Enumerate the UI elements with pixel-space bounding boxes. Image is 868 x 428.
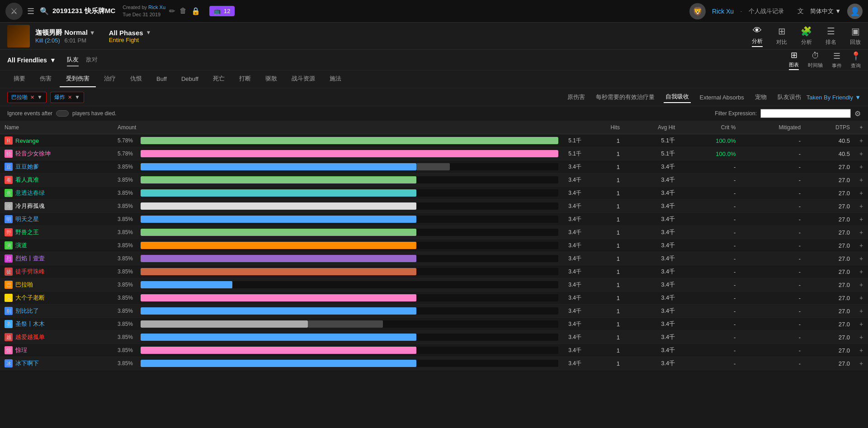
player-name[interactable]: 野兽之王 [15,228,39,236]
nav-breakdown[interactable]: 🧩 分析 [801,26,812,46]
expand-cell[interactable]: + [854,174,868,187]
lock-icon[interactable]: 🔒 [191,7,200,15]
expand-btn[interactable]: + [859,307,863,315]
twitch-badge[interactable]: 📺 12 [209,6,235,16]
table-row[interactable]: 野 野兽之王 3.85% 3.4千 13.4千--27.0+ [0,226,868,239]
tab-threat[interactable]: 仇恨 [124,71,148,87]
player-name[interactable]: 看人真准 [15,176,39,184]
player-name[interactable]: 意透达春绿 [15,189,45,197]
expand-cell[interactable]: + [854,160,868,174]
menu-button[interactable]: ☰ [27,6,34,16]
player-name-cell[interactable]: R Revange [0,134,113,147]
edit-icon[interactable]: ✏ [169,7,175,15]
username[interactable]: Rick Xu [712,8,734,15]
player-name-cell[interactable]: 看 看人真准 [0,174,113,187]
view-chart[interactable]: ⊞ 图表 [789,50,799,70]
player-name-cell[interactable]: 冷 冷月葬孤魂 [0,200,113,213]
view-timeline[interactable]: ⏱ 时间轴 [808,51,823,69]
player-name[interactable]: 烈焰丨壹壹 [15,254,45,263]
player-name-cell[interactable]: 轻 轻音少女徐坤 [0,147,113,160]
table-row[interactable]: 明 明天之星 3.85% 3.4千 13.4千--27.0+ [0,213,868,226]
expand-btn[interactable]: + [859,255,863,262]
player-name[interactable]: 大个子老断 [15,294,45,302]
player-name-cell[interactable]: 惊 惊珵 [0,344,113,357]
expand-btn[interactable]: + [859,268,863,275]
player-name-cell[interactable]: 意 意透达春绿 [0,187,113,200]
expand-cell[interactable]: + [854,187,868,200]
ftab-self-absorb[interactable]: 自我吸收 [664,91,691,103]
table-row[interactable]: 大 大个子老断 3.85% 3.4千 13.4千--27.0+ [0,292,868,305]
expand-btn[interactable]: + [859,137,863,144]
nav-replay[interactable]: ▣ 回放 [850,26,861,46]
table-row[interactable]: 冰 冰下啊下 3.85% 3.4千 13.4千--27.0+ [0,357,868,370]
expand-btn[interactable]: + [859,334,863,341]
expand-cell[interactable]: + [854,239,868,252]
player-name[interactable]: 冰下啊下 [15,359,39,367]
table-row[interactable]: 别 别比比了 3.85% 3.4千 13.4千--27.0+ [0,305,868,318]
tab-enemies[interactable]: 敌对 [86,54,98,66]
player-name-cell[interactable]: 冰 冰下啊下 [0,357,113,370]
tab-interrupts[interactable]: 打断 [233,71,257,87]
ftab-pets[interactable]: 宠物 [753,92,769,103]
expand-btn[interactable]: + [859,189,863,197]
view-query[interactable]: 📍 查询 [851,51,861,69]
player-name-cell[interactable]: 圣 圣祭丨木木 [0,318,113,331]
expand-cell[interactable]: + [854,226,868,239]
expand-cell[interactable]: + [854,318,868,331]
expand-btn[interactable]: + [859,229,863,236]
tab-debuffs[interactable]: Debuff [175,72,205,87]
table-row[interactable]: 豆 豆豆她爹 3.85% 3.4千 13.4千--27.0+ [0,160,868,174]
language-selector[interactable]: 简体中文 ▼ [810,7,841,15]
filter-tag-close-2[interactable]: ✕ [68,94,72,100]
player-name-cell[interactable]: 越 越爱越孤单 [0,331,113,344]
table-row[interactable]: 烈 烈焰丨壹壹 3.85% 3.4千 13.4千--27.0+ [0,252,868,265]
tab-allies[interactable]: 队友 [67,54,79,66]
table-row[interactable]: 惊 惊珵 3.85% 3.4千 13.4千--27.0+ [0,344,868,357]
player-name-cell[interactable]: 巴 巴拉啪 [0,278,113,292]
tab-damage-taken[interactable]: 受到伤害 [60,71,96,87]
expand-btn[interactable]: + [859,163,863,170]
friendlies-title[interactable]: All Friendlies ▼ [7,56,56,64]
search-icon[interactable]: 🔍 [40,7,49,15]
expand-btn[interactable]: + [859,242,863,249]
player-name[interactable]: 演道 [15,241,27,249]
table-row[interactable]: 徒 徒手劈珠峰 3.85% 3.4千 13.4千--27.0+ [0,265,868,278]
taken-by-dropdown[interactable]: Taken By Friendly ▼ [807,94,861,101]
tab-healing[interactable]: 治疗 [98,71,122,87]
nav-rankings[interactable]: ☰ 排名 [826,26,836,46]
tab-damage-done[interactable]: 伤害 [33,71,58,87]
ftab-ehps[interactable]: 每秒需要的有效治疗量 [594,92,656,103]
player-name-cell[interactable]: 徒 徒手劈珠峰 [0,265,113,278]
table-row[interactable]: 演 演道 3.85% 3.4千 13.4千--27.0+ [0,239,868,252]
player-name[interactable]: 越爱越孤单 [15,333,45,341]
expand-cell[interactable]: + [854,213,868,226]
tab-buffs[interactable]: Buff [150,72,173,87]
player-name-cell[interactable]: 野 野兽之王 [0,226,113,239]
table-row[interactable]: 意 意透达春绿 3.85% 3.4千 13.4千--27.0+ [0,187,868,200]
boss-name[interactable]: 迦顿男爵 Normal ▼ [35,28,95,37]
tab-casts[interactable]: 施法 [323,71,348,87]
expand-btn[interactable]: + [859,281,863,288]
table-row[interactable]: 巴 巴拉啪 3.85% 3.4千 13.4千--27.0+ [0,278,868,292]
table-row[interactable]: 圣 圣祭丨木木 3.85% 3.4千 13.4千--27.0+ [0,318,868,331]
expand-cell[interactable]: + [854,134,868,147]
ftab-external-absorbs[interactable]: External Absorbs [698,93,746,102]
tab-dispels[interactable]: 驱散 [259,71,283,87]
delete-icon[interactable]: 🗑 [179,7,187,15]
expand-cell[interactable]: + [854,357,868,370]
player-name[interactable]: 徒手劈珠峰 [15,268,45,276]
expand-btn[interactable]: + [859,150,863,157]
filter-expr-input[interactable] [760,109,851,118]
expand-cell[interactable]: + [854,278,868,292]
expand-cell[interactable]: + [854,292,868,305]
table-row[interactable]: 轻 轻音少女徐坤 5.78% 5.1千 15.1千100.0%-40.5+ [0,147,868,160]
expand-btn[interactable]: + [859,294,863,301]
player-name-cell[interactable]: 烈 烈焰丨壹壹 [0,252,113,265]
ftab-friendly-fire[interactable]: 队友误伤 [776,92,803,103]
player-name[interactable]: 轻音少女徐坤 [15,150,51,158]
table-row[interactable]: R Revange 5.78% 5.1千 15.1千100.0%-40.5+ [0,134,868,147]
filter-tag-balagua[interactable]: 巴拉啪 ✕ ▼ [7,92,47,103]
table-row[interactable]: 看 看人真准 3.85% 3.4千 13.4千--27.0+ [0,174,868,187]
avatar[interactable]: 👤 [847,4,863,19]
expand-btn[interactable]: + [859,216,863,223]
